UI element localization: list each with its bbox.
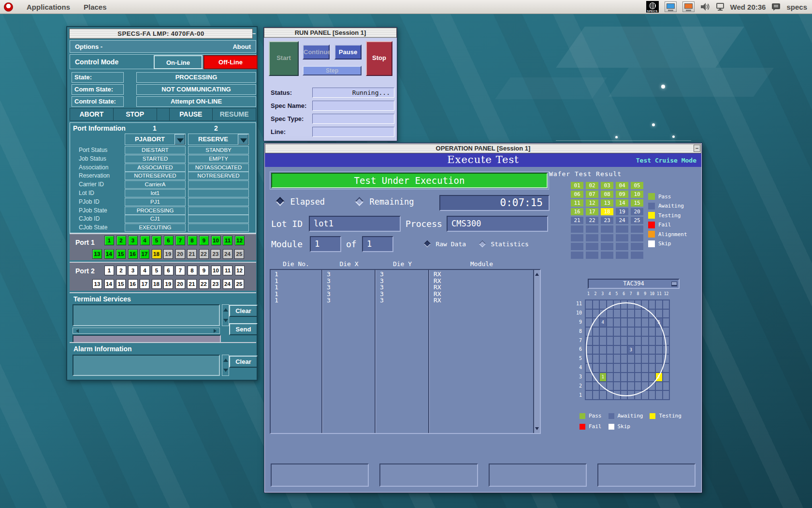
lot-id-field[interactable]: lot1 [309,216,401,232]
alarm-output-area[interactable] [72,355,220,376]
terminal-hscrollbar[interactable] [72,328,220,334]
port-info-row-label: Lot ID [79,190,94,196]
alarm-clear-button[interactable]: Clear [229,356,258,368]
wafer-map-cell [593,382,600,391]
top-panel: Applications Places SPECS Wed 20:36 spec… [0,0,812,14]
wafer-map-cell [607,309,614,318]
pause-button[interactable]: Pause [334,45,362,60]
specs-tray-icon[interactable]: SPECS [646,1,659,13]
abort-button[interactable]: ABORT [70,108,114,120]
port-info-row: Lot IDlot1 [70,189,257,198]
remaining-radio[interactable]: Remaining [356,197,414,207]
map-col-label: 9 [641,292,649,296]
display-icon[interactable] [716,2,725,11]
wafer-result-cell: 05 [631,182,643,189]
online-button[interactable]: On-Line [154,55,203,69]
action-spacer [157,108,170,120]
offline-button[interactable]: Off-Line [203,55,258,69]
globe-icon [649,2,656,9]
menu-options[interactable]: Options - [75,43,102,50]
run-panel-titlebar[interactable]: RUN PANEL [Session 1] [264,28,397,38]
spec-type-value[interactable] [312,114,394,124]
bottom-panel-4[interactable] [597,463,696,487]
terminal-clear-button[interactable]: Clear [229,305,258,317]
pause-button[interactable]: PAUSE [170,108,213,120]
port-slot: 25 [234,249,244,259]
distro-logo-icon[interactable] [4,2,13,12]
wafer-result-cell: 11 [571,199,583,207]
operation-panel-titlebar[interactable]: OPERATION PANEL [Session 1] [265,144,701,153]
spec-name-label: Spec Name: [271,102,306,109]
legend-item: Alignment [648,231,694,238]
map-col-label: 6 [620,292,627,296]
continue-button[interactable]: Continue [303,45,330,60]
menu-about[interactable]: About [232,43,251,50]
start-button[interactable]: Start [269,41,299,76]
port1-slots-row2: 13141516171819202122232425 [92,249,244,259]
port1-slots-row1: 123456789101112 [104,236,245,245]
control-state-label: Control State: [72,96,124,107]
die-table-scrollbar[interactable] [533,270,540,433]
menu-applications[interactable]: Applications [27,3,70,11]
session-window-icon-2[interactable] [682,1,695,12]
port1-value: PJ1 [125,198,186,206]
process-field[interactable]: CMS300 [447,216,548,232]
fail-swatch-icon [648,222,655,228]
wafer-result-cell: 14 [616,199,628,207]
raw-data-radio[interactable]: Raw Data [425,239,466,248]
port-slot: 20 [175,249,185,259]
resume-button[interactable]: RESUME [213,108,256,120]
chevron-down-icon[interactable] [238,134,248,145]
spec-name-value[interactable] [312,101,394,111]
port2-command-dropdown[interactable]: RESERVE [188,134,249,145]
radio-diamond-icon[interactable] [479,240,486,247]
wafer-result-cell: 16 [571,208,583,215]
port-slot: 21 [187,249,197,259]
stop-button[interactable]: STOP [114,108,157,120]
stop-button[interactable]: Stop [366,41,392,76]
port1-command-dropdown[interactable]: PJABORT [125,134,186,145]
wafer-map-cell [641,345,649,355]
awaiting-swatch-icon [648,203,655,209]
wafer-map-cell [649,354,656,363]
wafer-result-cell [571,234,583,241]
line-value[interactable] [312,127,394,137]
alarm-vscrollbar[interactable] [222,355,229,376]
chevron-down-icon[interactable] [174,134,185,145]
terminal-output-area[interactable] [72,304,220,326]
die-result-table[interactable]: 11111 33333 33333 RXRXRXRXRX [270,269,541,434]
port-slot: 7 [175,266,185,275]
bottom-panel-1[interactable] [271,463,369,487]
clock[interactable]: Wed 20:36 [730,3,766,11]
port-info-rows: Port StatusDIESTARTSTANDBYJob StatusSTAR… [70,146,257,232]
terminal-vscrollbar[interactable] [222,304,229,326]
wafer-result-cell: 24 [616,217,628,224]
wafer-selector-dropdown[interactable]: TAC394 [588,279,680,289]
bottom-panel-3[interactable] [489,463,587,487]
elapsed-radio[interactable]: Elapsed [277,197,325,207]
dropdown-handle-icon[interactable] [671,282,677,285]
minimize-button[interactable]: – [694,145,700,152]
bottom-panel-2[interactable] [379,463,478,487]
module-total-field[interactable]: 1 [362,236,393,252]
radio-diamond-icon[interactable] [424,240,431,247]
user-chat-icon[interactable] [771,3,781,11]
wafer-result-cell: 15 [631,199,643,207]
wafer-map-cell [621,318,628,327]
volume-icon[interactable] [700,2,710,11]
session-window-icon[interactable] [665,1,677,12]
wafer-result-cell [616,243,628,250]
menu-places[interactable]: Places [84,3,107,11]
terminal-send-button[interactable]: Send [229,323,258,335]
user-name[interactable]: specs [786,3,807,11]
statistics-radio[interactable]: Statistics [480,239,529,248]
radio-diamond-icon[interactable] [355,197,363,206]
module-field[interactable]: 1 [310,236,341,252]
radio-diamond-icon[interactable] [276,197,284,206]
minimize-button[interactable]: – [252,30,256,37]
lmp-titlebar[interactable]: SPECS-FA LMP: 4070FA-00 [69,29,253,39]
wafer-map-cell [593,345,600,355]
die-no-column: 11111 [271,270,322,433]
wafer-map-cell [649,382,656,391]
step-button[interactable]: Step [303,66,362,75]
